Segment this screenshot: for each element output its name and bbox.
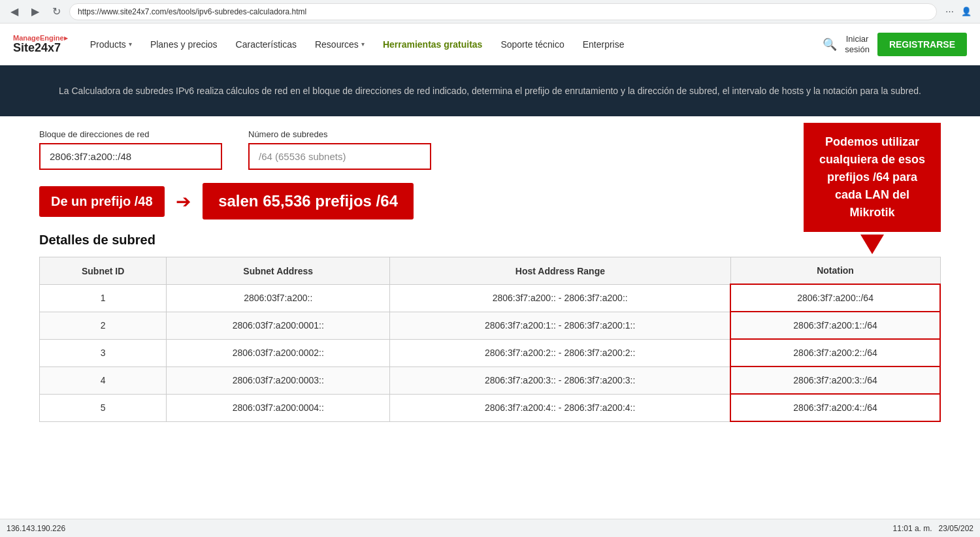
nav-soporte-label: Soporte técnico: [500, 39, 564, 50]
field1-label: Bloque de direcciones de red: [39, 129, 222, 139]
cell-subnet-id: 3: [40, 339, 167, 366]
nav-herramientas[interactable]: Herramientas gratuitas: [376, 35, 489, 54]
cell-subnet-id: 5: [40, 394, 167, 421]
hero-text: La Calculadora de subredes IPv6 realiza …: [26, 84, 954, 98]
form-group-2: Número de subredes: [248, 129, 431, 170]
browser-bar: ◀ ▶ ↻ https://www.site24x7.com/es/tools/…: [0, 0, 980, 24]
cell-subnet-address: 2806:03f7:a200:0003::: [167, 366, 390, 394]
annotation-center-box: salen 65,536 prefijos /64: [203, 183, 414, 220]
arrow-down-icon: [860, 235, 884, 254]
cell-subnet-address: 2806:03f7:a200:0004::: [167, 394, 390, 421]
nav-soporte[interactable]: Soporte técnico: [494, 35, 570, 54]
cell-notation: 2806:3f7:a200:1::/64: [730, 312, 940, 339]
annotation-center-text: salen 65,536 prefijos /64: [218, 192, 398, 210]
cell-subnet-address: 2806:03f7:a200:0001::: [167, 312, 390, 339]
chevron-down-icon-2: ▾: [361, 41, 365, 48]
nav-planes-label: Planes y precios: [150, 39, 218, 50]
nav-caracteristicas-label: Características: [236, 39, 297, 50]
cell-notation: 2806:3f7:a200:4::/64: [730, 394, 940, 421]
col-header-subnet-id: Subnet ID: [40, 257, 167, 285]
arrow-right-icon: ➔: [171, 191, 197, 212]
main-content: Podemos utilizar cualquiera de esos pref…: [0, 116, 980, 435]
cell-host-range: 2806:3f7:a200:: - 2806:3f7:a200::: [390, 284, 730, 312]
right-annotation-text: Podemos utilizar cualquiera de esos pref…: [819, 135, 925, 219]
nav-products[interactable]: Products ▾: [84, 35, 139, 54]
right-annotation-box: Podemos utilizar cualquiera de esos pref…: [804, 123, 941, 232]
nav-right: 🔍 Iniciarsesión REGISTRARSE: [823, 33, 967, 56]
login-label: Iniciarsesión: [845, 34, 870, 54]
chevron-down-icon: ▾: [129, 41, 132, 48]
nav-resources-label: Resources: [315, 39, 359, 50]
hero-section: La Calculadora de subredes IPv6 realiza …: [0, 65, 980, 116]
logo-top: ManageEngine▸: [13, 34, 68, 42]
table-row: 12806:03f7:a200::2806:3f7:a200:: - 2806:…: [40, 284, 941, 312]
nav-enterprise[interactable]: Enterprise: [576, 35, 631, 54]
table-row: 32806:03f7:a200:0002::2806:3f7:a200:2:: …: [40, 339, 941, 366]
register-label: REGISTRARSE: [889, 39, 955, 50]
search-icon[interactable]: 🔍: [823, 37, 837, 52]
logo[interactable]: ManageEngine▸ Site24x7: [13, 34, 68, 55]
cell-host-range: 2806:3f7:a200:3:: - 2806:3f7:a200:3::: [390, 366, 730, 394]
cell-host-range: 2806:3f7:a200:1:: - 2806:3f7:a200:1::: [390, 312, 730, 339]
nav-items: Products ▾ Planes y precios Característi…: [84, 35, 808, 54]
cell-notation: 2806:3f7:a200::/64: [730, 284, 940, 312]
back-button[interactable]: ◀: [7, 4, 22, 20]
col-header-notation: Notation: [730, 257, 940, 285]
cell-subnet-address: 2806:03f7:a200:0002::: [167, 339, 390, 366]
cell-notation: 2806:3f7:a200:2::/64: [730, 339, 940, 366]
subnet-table: Subnet ID Subnet Address Host Address Ra…: [39, 257, 941, 422]
forward-button[interactable]: ▶: [27, 4, 43, 20]
table-row: 42806:03f7:a200:0003::2806:3f7:a200:3:: …: [40, 366, 941, 394]
register-button[interactable]: REGISTRARSE: [877, 33, 967, 56]
cell-notation: 2806:3f7:a200:3::/64: [730, 366, 940, 394]
annotation-left-box: De un prefijo /48: [39, 186, 165, 217]
nav-planes[interactable]: Planes y precios: [144, 35, 224, 54]
field2-label: Número de subredes: [248, 129, 431, 139]
main-nav: ManageEngine▸ Site24x7 Products ▾ Planes…: [0, 24, 980, 65]
cell-host-range: 2806:3f7:a200:2:: - 2806:3f7:a200:2::: [390, 339, 730, 366]
annotation-left-text: De un prefijo /48: [51, 194, 153, 208]
url-text: https://www.site24x7.com/es/tools/ipv6-s…: [78, 7, 306, 16]
cell-subnet-id: 2: [40, 312, 167, 339]
table-row: 52806:03f7:a200:0004::2806:3f7:a200:4:: …: [40, 394, 941, 421]
cell-subnet-id: 1: [40, 284, 167, 312]
form-group-1: Bloque de direcciones de red: [39, 129, 222, 170]
nav-herramientas-label: Herramientas gratuitas: [383, 39, 483, 50]
cell-host-range: 2806:3f7:a200:4:: - 2806:3f7:a200:4::: [390, 394, 730, 421]
nav-caracteristicas[interactable]: Características: [229, 35, 303, 54]
col-header-subnet-address: Subnet Address: [167, 257, 390, 285]
login-button[interactable]: Iniciarsesión: [845, 34, 870, 54]
logo-bottom: Site24x7: [13, 42, 68, 55]
cell-subnet-id: 4: [40, 366, 167, 394]
extensions-button[interactable]: ⋯: [942, 5, 956, 19]
profile-button[interactable]: 👤: [959, 5, 973, 19]
subnet-count-input[interactable]: [248, 143, 431, 170]
nav-resources[interactable]: Resources ▾: [308, 35, 371, 54]
network-block-input[interactable]: [39, 143, 222, 170]
refresh-button[interactable]: ↻: [48, 4, 64, 20]
url-bar[interactable]: https://www.site24x7.com/es/tools/ipv6-s…: [69, 3, 937, 20]
table-row: 22806:03f7:a200:0001::2806:3f7:a200:1:: …: [40, 312, 941, 339]
browser-actions: ⋯ 👤: [942, 5, 973, 19]
col-header-host-range: Host Address Range: [390, 257, 730, 285]
nav-enterprise-label: Enterprise: [583, 39, 625, 50]
cell-subnet-address: 2806:03f7:a200::: [167, 284, 390, 312]
nav-products-label: Products: [90, 39, 126, 50]
